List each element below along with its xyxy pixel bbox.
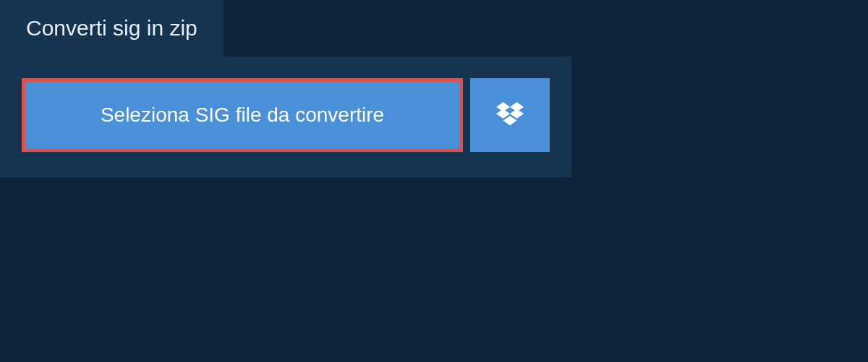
dropbox-icon bbox=[496, 102, 524, 128]
converter-panel: Seleziona SIG file da convertire bbox=[0, 56, 571, 177]
select-file-highlight: Seleziona SIG file da convertire bbox=[22, 78, 463, 152]
tab-bar: Converti sig in zip bbox=[0, 0, 224, 56]
select-file-button[interactable]: Seleziona SIG file da convertire bbox=[25, 82, 459, 148]
tab-convert-sig-zip[interactable]: Converti sig in zip bbox=[0, 0, 224, 56]
tab-title: Converti sig in zip bbox=[26, 16, 197, 40]
dropbox-button[interactable] bbox=[470, 78, 550, 152]
file-select-row: Seleziona SIG file da convertire bbox=[22, 78, 550, 152]
select-file-label: Seleziona SIG file da convertire bbox=[101, 104, 384, 127]
